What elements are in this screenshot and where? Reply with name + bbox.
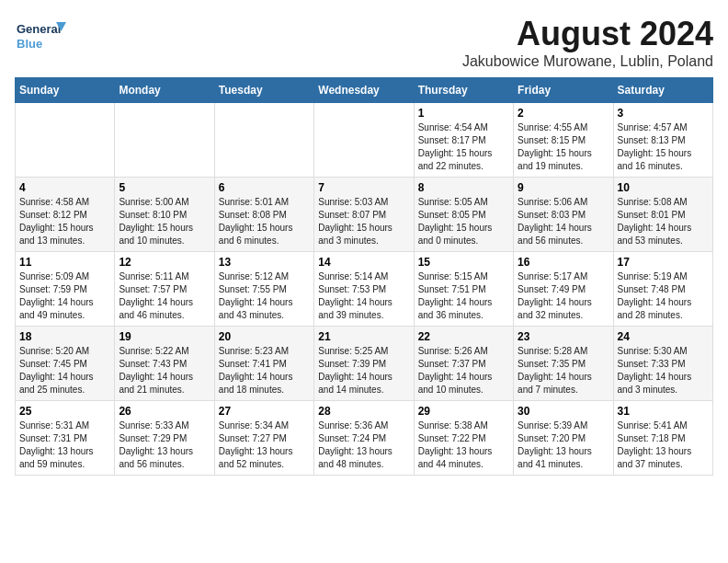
day-number: 9 [518, 181, 609, 194]
title-block: August 2024 Jakubowice Murowane, Lublin,… [462, 15, 713, 70]
day-info: Sunrise: 5:34 AMSunset: 7:27 PMDaylight:… [219, 419, 310, 471]
logo: General Blue [15, 15, 70, 61]
calendar-cell: 14Sunrise: 5:14 AMSunset: 7:53 PMDayligh… [314, 252, 414, 327]
calendar-cell [214, 103, 313, 178]
day-info: Sunrise: 5:28 AMSunset: 7:35 PMDaylight:… [518, 345, 609, 396]
day-number: 8 [418, 181, 509, 194]
day-info: Sunrise: 4:55 AMSunset: 8:15 PMDaylight:… [518, 121, 609, 173]
calendar-cell: 24Sunrise: 5:30 AMSunset: 7:33 PMDayligh… [613, 327, 712, 401]
day-info: Sunrise: 5:30 AMSunset: 7:33 PMDaylight:… [618, 345, 709, 396]
day-number: 25 [19, 405, 110, 418]
page-header: General Blue August 2024 Jakubowice Muro… [15, 15, 713, 70]
calendar-cell [314, 103, 414, 178]
day-number: 4 [19, 181, 110, 194]
main-title: August 2024 [462, 15, 713, 53]
day-number: 19 [119, 330, 210, 343]
week-row-3: 11Sunrise: 5:09 AMSunset: 7:59 PMDayligh… [16, 252, 713, 327]
day-info: Sunrise: 5:33 AMSunset: 7:29 PMDaylight:… [119, 419, 210, 471]
day-info: Sunrise: 5:22 AMSunset: 7:43 PMDaylight:… [119, 345, 210, 396]
calendar-cell: 25Sunrise: 5:31 AMSunset: 7:31 PMDayligh… [16, 401, 115, 476]
calendar-header: SundayMondayTuesdayWednesdayThursdayFrid… [16, 78, 713, 103]
week-row-2: 4Sunrise: 4:58 AMSunset: 8:12 PMDaylight… [16, 178, 713, 252]
day-number: 16 [518, 256, 609, 269]
calendar-cell: 27Sunrise: 5:34 AMSunset: 7:27 PMDayligh… [214, 401, 313, 476]
calendar-cell: 22Sunrise: 5:26 AMSunset: 7:37 PMDayligh… [414, 327, 513, 401]
calendar-cell: 8Sunrise: 5:05 AMSunset: 8:05 PMDaylight… [414, 178, 513, 252]
day-number: 22 [418, 330, 509, 343]
calendar-cell: 1Sunrise: 4:54 AMSunset: 8:17 PMDaylight… [414, 103, 513, 178]
calendar-cell: 2Sunrise: 4:55 AMSunset: 8:15 PMDaylight… [514, 103, 613, 178]
calendar-cell: 3Sunrise: 4:57 AMSunset: 8:13 PMDaylight… [613, 103, 712, 178]
day-number: 26 [119, 405, 210, 418]
day-number: 29 [418, 405, 509, 418]
calendar-cell: 29Sunrise: 5:38 AMSunset: 7:22 PMDayligh… [414, 401, 513, 476]
day-info: Sunrise: 5:03 AMSunset: 8:07 PMDaylight:… [318, 196, 409, 247]
day-info: Sunrise: 5:26 AMSunset: 7:37 PMDaylight:… [418, 345, 509, 396]
weekday-header-tuesday: Tuesday [214, 78, 313, 103]
svg-text:General: General [17, 22, 61, 36]
day-number: 27 [219, 405, 310, 418]
day-info: Sunrise: 4:54 AMSunset: 8:17 PMDaylight:… [418, 121, 509, 173]
day-info: Sunrise: 5:12 AMSunset: 7:55 PMDaylight:… [219, 270, 310, 322]
calendar-cell: 6Sunrise: 5:01 AMSunset: 8:08 PMDaylight… [214, 178, 313, 252]
day-number: 21 [318, 330, 409, 343]
calendar-cell: 9Sunrise: 5:06 AMSunset: 8:03 PMDaylight… [514, 178, 613, 252]
calendar-cell: 21Sunrise: 5:25 AMSunset: 7:39 PMDayligh… [314, 327, 414, 401]
calendar-cell [115, 103, 214, 178]
calendar-cell: 11Sunrise: 5:09 AMSunset: 7:59 PMDayligh… [16, 252, 115, 327]
day-number: 30 [518, 405, 609, 418]
day-number: 3 [618, 107, 709, 120]
weekday-header-monday: Monday [115, 78, 214, 103]
day-info: Sunrise: 5:17 AMSunset: 7:49 PMDaylight:… [518, 270, 609, 322]
weekday-header-thursday: Thursday [414, 78, 513, 103]
calendar-cell: 18Sunrise: 5:20 AMSunset: 7:45 PMDayligh… [16, 327, 115, 401]
weekday-header-wednesday: Wednesday [314, 78, 414, 103]
calendar-cell: 10Sunrise: 5:08 AMSunset: 8:01 PMDayligh… [613, 178, 712, 252]
day-number: 10 [618, 181, 709, 194]
day-info: Sunrise: 5:23 AMSunset: 7:41 PMDaylight:… [219, 345, 310, 396]
day-info: Sunrise: 5:00 AMSunset: 8:10 PMDaylight:… [119, 196, 210, 247]
day-info: Sunrise: 5:25 AMSunset: 7:39 PMDaylight:… [318, 345, 409, 396]
svg-text:Blue: Blue [17, 37, 42, 51]
weekday-header-friday: Friday [514, 78, 613, 103]
week-row-5: 25Sunrise: 5:31 AMSunset: 7:31 PMDayligh… [16, 401, 713, 476]
day-info: Sunrise: 5:08 AMSunset: 8:01 PMDaylight:… [618, 196, 709, 247]
calendar-cell: 31Sunrise: 5:41 AMSunset: 7:18 PMDayligh… [613, 401, 712, 476]
day-info: Sunrise: 5:15 AMSunset: 7:51 PMDaylight:… [418, 270, 509, 322]
calendar-body: 1Sunrise: 4:54 AMSunset: 8:17 PMDaylight… [16, 103, 713, 476]
day-info: Sunrise: 5:20 AMSunset: 7:45 PMDaylight:… [19, 345, 110, 396]
week-row-1: 1Sunrise: 4:54 AMSunset: 8:17 PMDaylight… [16, 103, 713, 178]
calendar-cell: 23Sunrise: 5:28 AMSunset: 7:35 PMDayligh… [514, 327, 613, 401]
calendar-cell: 19Sunrise: 5:22 AMSunset: 7:43 PMDayligh… [115, 327, 214, 401]
calendar-cell: 26Sunrise: 5:33 AMSunset: 7:29 PMDayligh… [115, 401, 214, 476]
day-info: Sunrise: 5:19 AMSunset: 7:48 PMDaylight:… [618, 270, 709, 322]
calendar-cell: 5Sunrise: 5:00 AMSunset: 8:10 PMDaylight… [115, 178, 214, 252]
day-info: Sunrise: 5:06 AMSunset: 8:03 PMDaylight:… [518, 196, 609, 247]
calendar-cell: 12Sunrise: 5:11 AMSunset: 7:57 PMDayligh… [115, 252, 214, 327]
day-info: Sunrise: 4:57 AMSunset: 8:13 PMDaylight:… [618, 121, 709, 173]
week-row-4: 18Sunrise: 5:20 AMSunset: 7:45 PMDayligh… [16, 327, 713, 401]
day-info: Sunrise: 5:11 AMSunset: 7:57 PMDaylight:… [119, 270, 210, 322]
calendar-table: SundayMondayTuesdayWednesdayThursdayFrid… [15, 77, 713, 476]
day-info: Sunrise: 5:09 AMSunset: 7:59 PMDaylight:… [19, 270, 110, 322]
day-number: 11 [19, 256, 110, 269]
calendar-cell: 7Sunrise: 5:03 AMSunset: 8:07 PMDaylight… [314, 178, 414, 252]
weekday-row: SundayMondayTuesdayWednesdayThursdayFrid… [16, 78, 713, 103]
calendar-cell: 4Sunrise: 4:58 AMSunset: 8:12 PMDaylight… [16, 178, 115, 252]
day-number: 28 [318, 405, 409, 418]
day-number: 18 [19, 330, 110, 343]
day-number: 23 [518, 330, 609, 343]
day-info: Sunrise: 5:41 AMSunset: 7:18 PMDaylight:… [618, 419, 709, 471]
day-number: 13 [219, 256, 310, 269]
day-number: 15 [418, 256, 509, 269]
day-info: Sunrise: 4:58 AMSunset: 8:12 PMDaylight:… [19, 196, 110, 247]
day-number: 20 [219, 330, 310, 343]
day-number: 24 [618, 330, 709, 343]
calendar-cell: 13Sunrise: 5:12 AMSunset: 7:55 PMDayligh… [214, 252, 313, 327]
day-info: Sunrise: 5:14 AMSunset: 7:53 PMDaylight:… [318, 270, 409, 322]
day-info: Sunrise: 5:05 AMSunset: 8:05 PMDaylight:… [418, 196, 509, 247]
day-number: 17 [618, 256, 709, 269]
day-number: 2 [518, 107, 609, 120]
day-info: Sunrise: 5:31 AMSunset: 7:31 PMDaylight:… [19, 419, 110, 471]
day-info: Sunrise: 5:39 AMSunset: 7:20 PMDaylight:… [518, 419, 609, 471]
